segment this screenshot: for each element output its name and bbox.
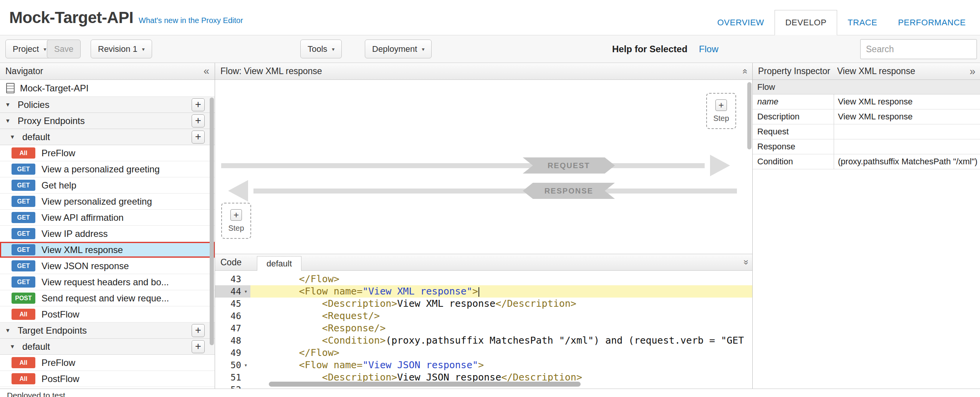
line-number-gutter: 48 — [215, 334, 250, 347]
line-number-gutter: 47 — [215, 322, 250, 334]
nav-flow-item[interactable]: GETView IP address — [0, 226, 215, 242]
request-track — [221, 163, 705, 168]
nav-item-label: View JSON response — [41, 261, 129, 271]
tab-performance[interactable]: PERFORMANCE — [887, 10, 976, 35]
fold-icon[interactable]: ▾ — [241, 359, 250, 371]
deployment-menu-button[interactable]: Deployment ▾ — [365, 40, 432, 58]
code-line[interactable]: 45 <Description>View XML response</Descr… — [215, 298, 752, 310]
code-text[interactable]: <Request/> — [250, 310, 752, 322]
tab-develop[interactable]: DEVELOP — [775, 10, 837, 35]
nav-flow-item[interactable]: GETView XML response — [0, 242, 215, 258]
add-button[interactable]: + — [192, 340, 205, 353]
fold-icon — [241, 334, 250, 347]
property-label: Request — [753, 124, 834, 139]
line-number-gutter: 50▾ — [215, 359, 250, 371]
add-response-step-button[interactable]: + Step — [221, 203, 251, 239]
fold-icon[interactable]: ▾ — [241, 285, 250, 298]
nav-item-label: PreFlow — [41, 148, 75, 159]
nav-subsection-item[interactable]: ▾default+ — [0, 129, 215, 145]
add-button[interactable]: + — [192, 98, 205, 111]
expand-flow-panel-icon[interactable]: « — [740, 69, 750, 74]
nav-flow-item[interactable]: GETView a personalized greeting — [0, 161, 215, 177]
code-line[interactable]: 47 <Response/> — [215, 322, 752, 334]
step-button-label: Step — [228, 224, 244, 233]
code-line[interactable]: 50▾ <Flow name="View JSON response"> — [215, 359, 752, 371]
nav-flow-item[interactable]: AllPreFlow — [0, 355, 215, 371]
code-text[interactable]: <Flow name="View JSON response"> — [250, 359, 752, 371]
nav-flow-item[interactable]: GETView personalized greeting — [0, 194, 215, 210]
whats-new-link[interactable]: What's new in the Proxy Editor — [139, 16, 243, 25]
add-button[interactable]: + — [192, 131, 205, 144]
navigator-scrollbar[interactable] — [210, 98, 214, 345]
tab-overview[interactable]: OVERVIEW — [707, 10, 775, 35]
request-arrowhead-icon — [710, 155, 730, 176]
line-number-gutter: 43 — [215, 273, 250, 285]
collapse-triangle-icon[interactable]: ▾ — [11, 342, 18, 351]
nav-subsection-item[interactable]: ▾default+ — [0, 339, 215, 355]
expand-inspector-icon[interactable]: » — [970, 66, 975, 76]
collapse-code-panel-icon[interactable]: « — [740, 260, 750, 265]
flow-panel-header: Flow: View XML response « — [215, 63, 752, 80]
nav-section-item[interactable]: ▾Policies+ — [0, 97, 215, 113]
help-flow-link[interactable]: Flow — [699, 44, 718, 55]
nav-section-item[interactable]: ▾Target Endpoints+ — [0, 323, 215, 339]
code-text[interactable]: </Flow> — [250, 347, 752, 359]
nav-flow-item[interactable]: POSTSend request and view reque... — [0, 290, 215, 306]
step-button-label: Step — [713, 114, 729, 123]
code-panel: Code default « 43 </Flow>44▾ <Flow name=… — [215, 254, 752, 389]
collapse-triangle-icon[interactable]: ▾ — [6, 101, 13, 109]
nav-flow-item[interactable]: GETGet help — [0, 177, 215, 194]
property-value[interactable]: (proxy.pathsuffix MatchesPath "/xml") an… — [834, 154, 980, 169]
nav-root-item[interactable]: Mock-Target-API — [0, 80, 215, 97]
property-value[interactable]: View XML response — [834, 109, 980, 124]
tools-menu-button[interactable]: Tools ▾ — [300, 40, 342, 58]
nav-item-label: View IP address — [41, 228, 108, 239]
property-value[interactable] — [834, 124, 980, 139]
code-line[interactable]: 44▾ <Flow name="View XML response"> — [215, 285, 752, 298]
nav-section-item[interactable]: ▾Proxy Endpoints+ — [0, 113, 215, 129]
code-line[interactable]: 49 </Flow> — [215, 347, 752, 359]
nav-flow-item[interactable]: AllPostFlow — [0, 371, 215, 387]
project-menu-label: Project — [13, 44, 39, 54]
code-horizontal-scrollbar[interactable] — [269, 382, 581, 387]
search-input[interactable] — [860, 39, 977, 59]
code-line[interactable]: 46 <Request/> — [215, 310, 752, 322]
collapse-triangle-icon[interactable]: ▾ — [11, 133, 18, 141]
project-menu-button[interactable]: Project ▾ — [5, 40, 54, 58]
code-line[interactable]: 43 </Flow> — [215, 273, 752, 285]
revision-menu-button[interactable]: Revision 1 ▾ — [91, 40, 152, 58]
code-text[interactable]: <Flow name="View XML response"> — [250, 285, 752, 298]
fold-icon — [241, 273, 250, 285]
property-row: DescriptionView XML response — [753, 109, 980, 124]
property-value[interactable]: View XML response — [834, 94, 980, 109]
nav-flow-item[interactable]: GETView API affirmation — [0, 210, 215, 226]
tab-trace[interactable]: TRACE — [837, 10, 887, 35]
nav-flow-item[interactable]: GETView JSON response — [0, 258, 215, 274]
fold-icon — [241, 347, 250, 359]
method-badge: All — [12, 357, 35, 368]
nav-item-label: default — [22, 341, 50, 352]
code-text[interactable]: </Flow> — [250, 273, 752, 285]
property-value[interactable] — [834, 139, 980, 154]
add-request-step-button[interactable]: + Step — [706, 93, 736, 129]
nav-flow-item[interactable]: GETView request headers and bo... — [0, 274, 215, 290]
collapse-triangle-icon[interactable]: ▾ — [6, 326, 13, 334]
nav-flow-item[interactable]: AllPreFlow — [0, 145, 215, 161]
code-line[interactable]: 48 <Condition>(proxy.pathsuffix MatchesP… — [215, 334, 752, 347]
collapse-navigator-icon[interactable]: « — [204, 66, 209, 76]
code-tab-default[interactable]: default — [257, 256, 301, 271]
collapse-triangle-icon[interactable]: ▾ — [6, 117, 13, 125]
add-button[interactable]: + — [192, 114, 205, 127]
revision-menu-label: Revision 1 — [98, 44, 137, 54]
nav-flow-item[interactable]: AllPostFlow — [0, 306, 215, 323]
method-badge: GET — [12, 244, 35, 255]
flow-scrollbar[interactable] — [747, 82, 752, 149]
save-button[interactable]: Save — [47, 40, 81, 58]
code-text[interactable]: <Response/> — [250, 322, 752, 334]
add-button[interactable]: + — [192, 324, 205, 337]
code-editor[interactable]: 43 </Flow>44▾ <Flow name="View XML respo… — [215, 271, 752, 389]
navigator-header: Navigator « — [0, 63, 215, 80]
code-text[interactable]: <Description>View XML response</Descript… — [250, 298, 752, 310]
help-area: Help for Selected Flow — [612, 35, 718, 63]
code-text[interactable]: <Condition>(proxy.pathsuffix MatchesPath… — [250, 334, 752, 347]
